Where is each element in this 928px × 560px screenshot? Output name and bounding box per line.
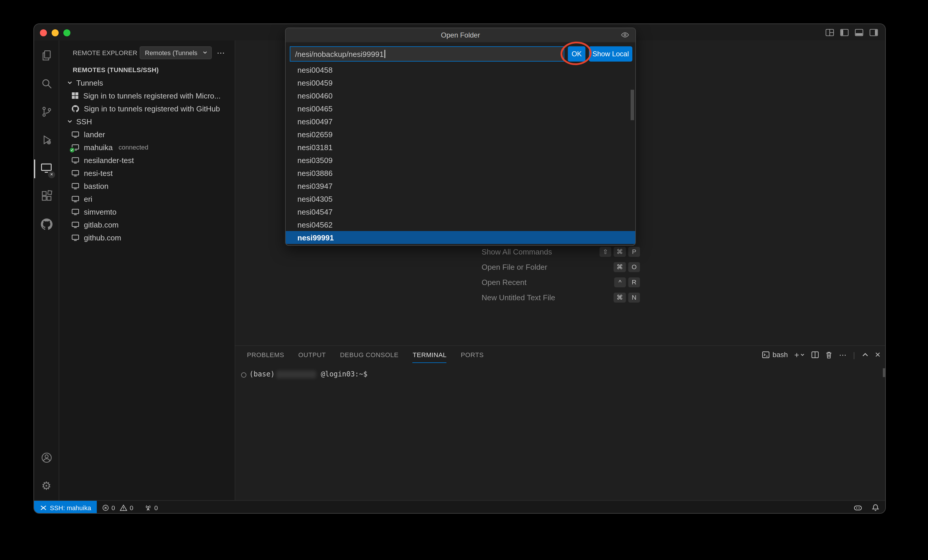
tree-item-label: SSH	[76, 117, 92, 126]
folder-path-value: /nesi/nobackup/nesi99991	[295, 50, 384, 58]
sidebar-item-explorer[interactable]	[34, 43, 59, 70]
vm-icon	[72, 208, 79, 215]
sidebar-item-remote-explorer[interactable]: ×	[34, 156, 59, 182]
tree-item-signin-github[interactable]: Sign in to tunnels registered with GitHu…	[59, 102, 235, 115]
close-panel-icon[interactable]: ×	[875, 351, 881, 359]
remotes-section-header: REMOTES (TUNNELS/SSH)	[73, 66, 159, 73]
sidebar-item-github[interactable]	[34, 212, 59, 239]
tree-item-host-lander[interactable]: lander	[59, 128, 235, 141]
tree-item-host-github[interactable]: github.com	[59, 231, 235, 244]
toggle-primary-sidebar-icon[interactable]	[840, 29, 849, 36]
quickpick-item[interactable]: nesi00465	[286, 102, 635, 115]
problems-status-item[interactable]: 0 0	[102, 501, 133, 514]
forwarded-ports-status-item[interactable]: 0	[144, 501, 158, 514]
quickpick-item[interactable]: nesi04305	[286, 192, 635, 205]
tab-output[interactable]: OUTPUT	[298, 346, 326, 363]
error-icon	[102, 504, 109, 511]
accounts-button[interactable]	[34, 445, 59, 472]
folder-path-input[interactable]: /nesi/nobackup/nesi99991	[290, 46, 564, 61]
vm-icon	[72, 195, 79, 203]
ok-button[interactable]: OK	[568, 46, 585, 61]
tree-item-host-gitlab[interactable]: gitlab.com	[59, 218, 235, 231]
sidebar-title: REMOTE EXPLORER	[73, 49, 137, 56]
tab-debug-console[interactable]: DEBUG CONSOLE	[340, 346, 398, 363]
microsoft-icon	[72, 92, 79, 99]
tree-item-host-eri[interactable]: eri	[59, 192, 235, 205]
tree-item-label: Sign in to tunnels registered with Micro…	[83, 91, 221, 100]
dialog-title: Open Folder	[286, 28, 635, 42]
tree-item-ssh[interactable]: SSH	[59, 115, 235, 128]
quickpick-item[interactable]: nesi03509	[286, 154, 635, 166]
maximize-panel-icon[interactable]	[861, 352, 868, 358]
sidebar-item-source-control[interactable]	[34, 99, 59, 126]
chevron-down-icon[interactable]	[67, 80, 73, 85]
quickpick-item[interactable]: nesi04562	[286, 218, 635, 231]
quickpick-item-selected[interactable]: nesi99991	[286, 231, 635, 244]
kill-terminal-trash-icon[interactable]	[826, 351, 833, 359]
terminal-more-actions-icon[interactable]: ⋯	[839, 350, 847, 359]
show-local-button[interactable]: Show Local	[589, 46, 632, 61]
macos-zoom-button[interactable]	[63, 29, 70, 37]
statusbar-right-items	[853, 501, 879, 514]
split-terminal-icon[interactable]	[812, 351, 819, 358]
tree-item-host-nesi-test[interactable]: nesi-test	[59, 166, 235, 179]
remote-view-dropdown[interactable]: Remotes (Tunnels	[140, 46, 212, 59]
tree-item-signin-microsoft[interactable]: Sign in to tunnels registered with Micro…	[59, 89, 235, 102]
sidebar-item-extensions[interactable]	[34, 183, 59, 211]
tree-item-host-bastion[interactable]: bastion	[59, 179, 235, 192]
eye-icon[interactable]	[621, 31, 629, 40]
tree-item-label: bastion	[84, 182, 108, 190]
quickpick-scrollbar[interactable]	[630, 90, 634, 120]
redacted-username	[276, 371, 316, 378]
github-icon	[40, 218, 52, 232]
quickpick-item[interactable]: nesi00459	[286, 76, 635, 89]
keycap-cmd: ⌘	[614, 262, 626, 272]
warning-count: 0	[130, 504, 133, 511]
remote-indicator[interactable]: SSH: mahuika	[34, 501, 97, 514]
notifications-bell-icon[interactable]	[872, 504, 879, 511]
sidebar-item-run-debug[interactable]	[34, 127, 59, 154]
sidebar-more-actions-icon[interactable]: ⋯	[214, 46, 228, 59]
new-terminal-button[interactable]: +	[794, 351, 805, 358]
terminal-scrollbar[interactable]	[883, 368, 886, 377]
tree-item-tunnels[interactable]: Tunnels	[59, 76, 235, 89]
toggle-panel-icon[interactable]	[855, 29, 864, 36]
quickpick-item[interactable]: nesi03886	[286, 166, 635, 179]
macos-minimize-button[interactable]	[52, 29, 59, 37]
tree-item-label: lander	[84, 130, 105, 139]
remote-label: SSH: mahuika	[50, 504, 91, 511]
keycap-letter: N	[628, 292, 640, 302]
quickpick-item[interactable]: nesi00497	[286, 115, 635, 128]
tab-problems[interactable]: PROBLEMS	[247, 346, 284, 363]
tree-item-host-simvemto[interactable]: simvemto	[59, 205, 235, 218]
tree-item-label: gitlab.com	[84, 220, 119, 229]
quickpick-item[interactable]: nesi00460	[286, 89, 635, 102]
quickpick-item[interactable]: nesi02659	[286, 128, 635, 141]
quickpick-item[interactable]: nesi04547	[286, 205, 635, 218]
chevron-down-icon[interactable]	[800, 352, 805, 357]
tab-terminal[interactable]: TERMINAL	[413, 346, 447, 363]
keycap-letter: R	[628, 277, 640, 287]
quickpick-item[interactable]: nesi03181	[286, 141, 635, 154]
radio-tower-icon	[144, 504, 152, 511]
toolbar-separator: |	[853, 350, 855, 359]
github-icon	[72, 105, 79, 112]
quickpick-item[interactable]: nesi00458	[286, 63, 635, 76]
settings-button[interactable]: ⚙	[34, 472, 59, 499]
tree-item-host-mahuika[interactable]: ✓ mahuika connected	[59, 141, 235, 154]
account-icon	[40, 451, 52, 466]
quickpick-item[interactable]: nesi03947	[286, 179, 635, 192]
shell-integration-indicator	[241, 372, 246, 378]
tab-ports[interactable]: PORTS	[461, 346, 484, 363]
tree-item-host-nesilander-test[interactable]: nesilander-test	[59, 154, 235, 166]
toggle-secondary-sidebar-icon[interactable]	[869, 29, 878, 36]
chevron-down-icon[interactable]	[67, 119, 73, 124]
port-count: 0	[154, 504, 158, 511]
customize-layout-icon[interactable]	[825, 29, 834, 36]
macos-close-button[interactable]	[40, 29, 47, 37]
tree-item-label: Tunnels	[76, 78, 103, 87]
keycap-ctrl: ^	[614, 277, 626, 287]
copilot-icon[interactable]	[853, 504, 862, 511]
sidebar-item-search[interactable]	[34, 71, 59, 98]
shell-selector[interactable]: bash	[762, 351, 788, 359]
